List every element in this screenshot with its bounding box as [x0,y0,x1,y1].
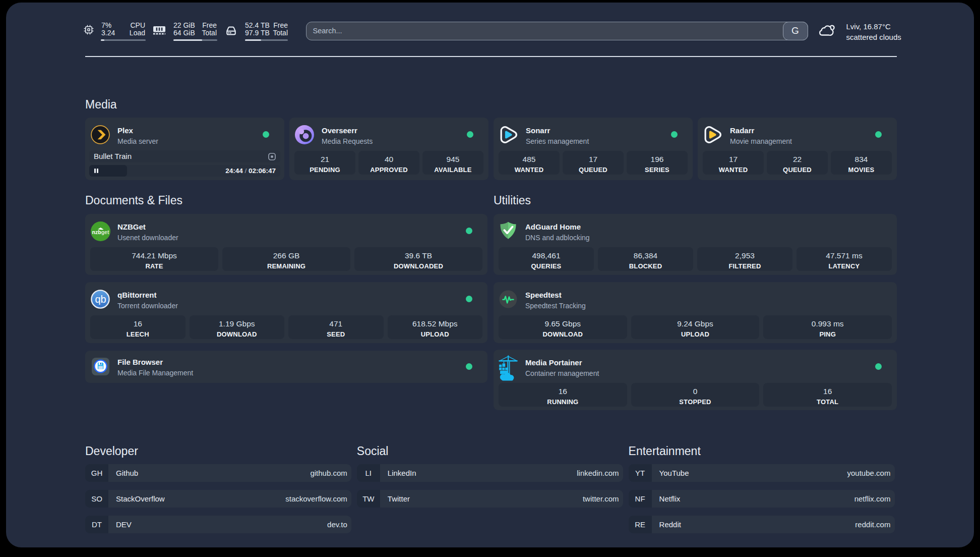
svg-text:qb: qb [95,294,106,305]
svg-text:nzbget: nzbget [92,229,109,235]
